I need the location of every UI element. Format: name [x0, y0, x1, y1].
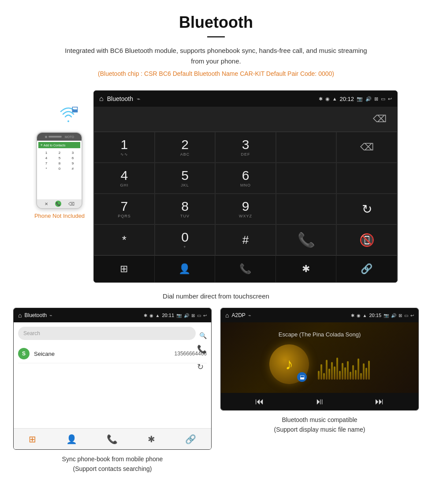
- phone-mockup-container: ⬓ MOTO + Add to Contacts 123 456 789 *0#: [34, 104, 85, 219]
- pb-cam-icon: 📷: [176, 313, 182, 318]
- dial-key-6[interactable]: 6MNO: [215, 163, 276, 194]
- pb-search-icon[interactable]: 🔍: [199, 332, 207, 339]
- music-x-icon: ⊠: [398, 313, 402, 318]
- dial-backspace-cell[interactable]: ⌫: [336, 132, 397, 163]
- wifi-icon: ⬓: [57, 104, 79, 130]
- pb-bt-icon: ✱: [144, 313, 147, 318]
- dial-bottom-link[interactable]: 🔗: [336, 256, 397, 282]
- dial-key-7[interactable]: 7PQRS: [94, 194, 155, 224]
- dial-status-bar: ⌂ Bluetooth ⌁ ✱ ◉ ▲ 20:12 📷 🔊 ⊠ ▭ ↩: [94, 91, 397, 107]
- music-loc-icon: ◉: [357, 313, 361, 318]
- dial-empty-3: [336, 163, 397, 194]
- page-description: Integrated with BC6 Bluetooth module, su…: [62, 45, 370, 67]
- pb-bottom-bar: ⊞ 👤 📞 ✱ 🔗: [14, 428, 211, 449]
- bt-badge: ⬓: [297, 372, 307, 382]
- music-note-icon: ♪: [285, 355, 293, 373]
- refresh-button[interactable]: ↻: [336, 194, 397, 224]
- pb-search-bar[interactable]: Search: [18, 327, 196, 340]
- pb-bluetooth-icon[interactable]: ✱: [148, 434, 155, 444]
- pb-contact-row: S Seicane 13566664466: [18, 344, 207, 363]
- pb-side-actions: 📞 ↻: [197, 344, 207, 372]
- dial-key-9[interactable]: 9WXYZ: [215, 194, 276, 224]
- music-eq-bars: [318, 358, 370, 380]
- pb-time: 20:11: [162, 313, 174, 318]
- dial-grid: 1∿∿ 2ABC 3DEF ⌫ 4GHI 5JKL 6MNO: [94, 131, 397, 255]
- music-screenshot: ⌂ A2DP ⌁ ✱ ◉ ▲ 20:15 📷 🔊 ⊠ ▭ ↩ E: [220, 308, 419, 411]
- backspace-button[interactable]: ⌫: [369, 112, 390, 127]
- pb-signal-icon: ▲: [156, 313, 160, 318]
- pb-link-icon[interactable]: 🔗: [185, 434, 196, 444]
- bottom-row: ⌂ Bluetooth ⌁ ✱ ◉ ▲ 20:11 📷 🔊 ⊠ ▭ ↩: [0, 308, 432, 487]
- phone-not-included: Phone Not Included: [34, 213, 85, 219]
- call-button[interactable]: 📞: [276, 224, 337, 255]
- close-square-icon: ⊠: [374, 96, 378, 102]
- dial-empty-1: [276, 132, 337, 163]
- main-section: ⬓ MOTO + Add to Contacts 123 456 789 *0#: [0, 82, 432, 287]
- music-back-icon: ↩: [410, 313, 414, 318]
- pb-back-icon: ↩: [203, 313, 207, 318]
- title-divider: [207, 36, 225, 37]
- music-bt-icon: ✱: [351, 313, 354, 318]
- phone-body: MOTO + Add to Contacts 123 456 789 *0# ✕…: [36, 132, 82, 209]
- dial-key-3[interactable]: 3DEF: [215, 132, 276, 163]
- usb-icon: ⌁: [137, 95, 140, 102]
- pb-grid-icon[interactable]: ⊞: [29, 434, 36, 444]
- pb-vol-icon: 🔊: [184, 313, 189, 318]
- dial-bottom-bluetooth[interactable]: ✱: [276, 256, 337, 282]
- dial-bottom-contacts[interactable]: 👤: [155, 256, 216, 282]
- dial-key-5[interactable]: 5JKL: [155, 163, 216, 194]
- pb-side-phone-icon[interactable]: 📞: [197, 344, 207, 354]
- page-header: Bluetooth Integrated with BC6 Bluetooth …: [0, 0, 432, 82]
- pb-search-placeholder: Search: [23, 330, 190, 336]
- music-signal-icon: ▲: [363, 313, 367, 318]
- dial-screen: ⌂ Bluetooth ⌁ ✱ ◉ ▲ 20:12 📷 🔊 ⊠ ▭ ↩ ⌫: [93, 90, 398, 283]
- svg-text:⬓: ⬓: [71, 105, 78, 113]
- location-icon: ◉: [325, 96, 330, 102]
- play-pause-button[interactable]: ⏯: [315, 396, 324, 407]
- dial-key-4[interactable]: 4GHI: [94, 163, 155, 194]
- music-time: 20:15: [369, 313, 381, 318]
- pb-phone-icon[interactable]: 📞: [107, 434, 118, 444]
- status-time: 20:12: [340, 96, 354, 102]
- phone-top-bar: MOTO: [37, 133, 82, 141]
- music-card: ⌂ A2DP ⌁ ✱ ◉ ▲ 20:15 📷 🔊 ⊠ ▭ ↩ E: [220, 308, 419, 474]
- pb-x-icon: ⊠: [191, 313, 195, 318]
- music-album-art: ♪ ⬓: [269, 344, 309, 384]
- music-vol-icon: 🔊: [391, 313, 396, 318]
- window-icon: ▭: [381, 96, 385, 102]
- prev-track-button[interactable]: ⏮: [255, 396, 264, 407]
- dial-caption: Dial number direct from touchscreen: [0, 287, 432, 308]
- bluetooth-specs: (Bluetooth chip : CSR BC6 Default Blueto…: [18, 70, 414, 77]
- dial-key-hash[interactable]: #: [215, 224, 276, 255]
- pb-contact-name: Seicane: [34, 351, 175, 357]
- hangup-button[interactable]: 📵: [336, 224, 397, 255]
- pb-user-icon[interactable]: 👤: [66, 434, 77, 444]
- dial-number-row: ⌫: [94, 107, 397, 131]
- dial-key-8[interactable]: 8TUV: [155, 194, 216, 224]
- music-cam-icon: 📷: [384, 313, 389, 318]
- phone-screen: + Add to Contacts 123 456 789 *0#: [37, 141, 82, 199]
- music-status-bar: ⌂ A2DP ⌁ ✱ ◉ ▲ 20:15 📷 🔊 ⊠ ▭ ↩: [221, 308, 418, 322]
- dial-key-star[interactable]: *: [94, 224, 155, 255]
- pb-status-bar: ⌂ Bluetooth ⌁ ✱ ◉ ▲ 20:11 📷 🔊 ⊠ ▭ ↩: [14, 308, 211, 322]
- signal-icon: ▲: [332, 96, 337, 101]
- music-win-icon: ▭: [404, 313, 408, 318]
- pb-side-refresh-icon[interactable]: ↻: [197, 362, 207, 372]
- phonebook-card: ⌂ Bluetooth ⌁ ✱ ◉ ▲ 20:11 📷 🔊 ⊠ ▭ ↩: [13, 308, 212, 474]
- page-title: Bluetooth: [18, 13, 414, 32]
- pb-title: Bluetooth: [24, 312, 47, 318]
- next-track-button[interactable]: ⏭: [375, 396, 384, 407]
- music-main: Escape (The Pina Colada Song) ♪ ⬓: [221, 322, 418, 393]
- volume-icon: 🔊: [365, 96, 372, 102]
- back-icon: ↩: [388, 96, 392, 102]
- dial-key-2[interactable]: 2ABC: [155, 132, 216, 163]
- dial-bottom-grid[interactable]: ⊞: [94, 256, 155, 282]
- camera-icon: 📷: [357, 96, 363, 102]
- music-source: A2DP: [231, 312, 245, 318]
- dial-key-1[interactable]: 1∿∿: [94, 132, 155, 163]
- dial-status-title: Bluetooth: [107, 95, 133, 102]
- dial-key-0[interactable]: 0+: [155, 224, 216, 255]
- dial-bottom-phone[interactable]: 📞: [215, 256, 276, 282]
- music-song-title: Escape (The Pina Colada Song): [279, 331, 361, 338]
- pb-content: Search 🔍 S Seicane 13566664466 📞 ↻: [14, 322, 211, 428]
